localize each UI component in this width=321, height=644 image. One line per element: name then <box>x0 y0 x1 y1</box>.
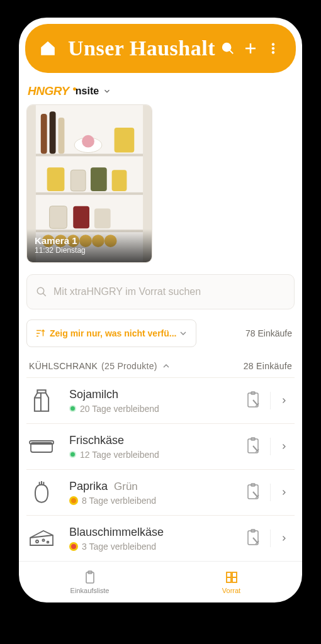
svg-rect-18 <box>47 167 65 191</box>
item-details-button[interactable] <box>274 442 293 451</box>
svg-rect-10 <box>36 153 143 156</box>
item-details-button[interactable] <box>274 534 293 543</box>
item-details-button[interactable] <box>274 488 293 497</box>
chevron-up-icon <box>161 361 171 371</box>
item-title: Frischkäse <box>69 434 124 447</box>
divider <box>270 392 271 409</box>
phone-frame: Unser Haushalt HNGRY nsite <box>19 18 302 602</box>
svg-rect-19 <box>70 170 86 191</box>
camera-name: Kamera 1 <box>35 235 144 246</box>
divider <box>270 530 271 547</box>
item-row[interactable]: Blauschimmelkäse 3 Tage verbleibend <box>26 515 295 561</box>
svg-rect-16 <box>115 128 135 153</box>
item-title: Sojamilch <box>69 388 118 401</box>
svg-rect-12 <box>50 111 56 153</box>
svg-point-6 <box>272 52 274 54</box>
svg-point-4 <box>272 43 274 46</box>
svg-point-48 <box>47 541 49 543</box>
section-purchases: 28 Einkäufe <box>244 361 292 371</box>
filter-label: Zeig mir nur, was nicht verfü... <box>50 328 178 338</box>
svg-point-46 <box>36 540 38 543</box>
more-icon[interactable] <box>262 37 284 60</box>
camera-timestamp: 11:32 Dienstag <box>35 246 144 255</box>
chevron-down-icon <box>103 87 111 96</box>
add-to-list-button[interactable] <box>241 434 266 459</box>
add-to-list-button[interactable] <box>241 388 266 413</box>
brand-prefix: HNGRY <box>28 84 69 98</box>
search-icon[interactable] <box>217 37 239 60</box>
svg-line-1 <box>230 50 234 54</box>
svg-rect-24 <box>73 206 89 229</box>
items-list: Sojamilch 20 Tage verbleibend Frischkäse… <box>26 377 295 561</box>
svg-line-33 <box>43 293 46 296</box>
item-row[interactable]: Paprika Grün 8 Tage verbleibend <box>26 469 295 515</box>
svg-rect-23 <box>50 206 67 229</box>
clipboard-icon <box>82 570 98 585</box>
sort-icon <box>35 328 46 339</box>
milk-icon <box>28 387 55 414</box>
svg-point-5 <box>272 47 274 50</box>
chevron-down-icon <box>178 328 188 338</box>
add-icon[interactable] <box>239 37 262 60</box>
svg-rect-20 <box>91 167 107 191</box>
search-icon <box>36 286 47 297</box>
item-remaining: 8 Tage verbleibend <box>82 496 156 506</box>
nav-pantry-label: Vorrat <box>222 587 240 594</box>
item-title: Blauschimmelkäse <box>69 526 164 539</box>
svg-point-0 <box>223 43 231 52</box>
svg-rect-13 <box>59 118 65 153</box>
page-title: Unser Haushalt <box>68 36 217 60</box>
filter-dropdown[interactable]: Zeig mir nur, was nicht verfü... <box>26 319 196 347</box>
divider <box>270 438 271 455</box>
section-name: KÜHLSCHRANK <box>29 361 98 371</box>
section-header[interactable]: KÜHLSCHRANK (25 Produkte) 28 Einkäufe <box>26 352 295 377</box>
divider <box>270 484 271 501</box>
status-indicator <box>69 496 78 505</box>
section-count: (25 Produkte) <box>101 361 157 371</box>
app-bar: Unser Haushalt <box>25 24 296 73</box>
home-icon[interactable] <box>37 37 59 60</box>
brand-suffix: nsite <box>76 86 99 96</box>
svg-point-32 <box>37 287 44 294</box>
container-icon <box>28 433 55 460</box>
item-remaining: 12 Tage verbleibend <box>80 450 159 460</box>
content-area: HNGRY nsite <box>19 73 302 561</box>
add-to-list-button[interactable] <box>241 480 266 505</box>
camera-card[interactable]: Kamera 1 11:32 Dienstag <box>26 104 152 263</box>
cheese-icon <box>28 525 55 552</box>
brand-dropdown[interactable]: HNGRY nsite <box>26 82 295 104</box>
item-remaining: 3 Tage verbleibend <box>82 541 156 552</box>
item-row[interactable]: Frischkäse 12 Tage verbleibend <box>26 423 295 469</box>
item-variant: Grün <box>114 480 138 493</box>
nav-shopping-label: Einkaufsliste <box>70 587 110 594</box>
status-indicator <box>69 451 76 458</box>
bottom-nav: Einkaufsliste Vorrat <box>19 561 302 602</box>
pepper-icon <box>28 479 55 506</box>
search-placeholder: Mit xtraHNGRY im Vorrat suchen <box>54 286 201 297</box>
nav-shopping-list[interactable]: Einkaufsliste <box>19 562 160 602</box>
add-to-list-button[interactable] <box>241 526 266 551</box>
item-body: Paprika Grün 8 Tage verbleibend <box>69 480 241 506</box>
item-remaining: 20 Tage verbleibend <box>80 404 159 414</box>
item-body: Blauschimmelkäse 3 Tage verbleibend <box>69 526 241 552</box>
status-indicator <box>69 542 78 551</box>
svg-rect-17 <box>36 192 143 195</box>
svg-point-47 <box>42 539 44 541</box>
item-details-button[interactable] <box>274 396 293 405</box>
search-input[interactable]: Mit xtraHNGRY im Vorrat suchen <box>26 274 295 309</box>
item-body: Frischkäse 12 Tage verbleibend <box>69 434 241 460</box>
pantry-icon <box>224 570 239 585</box>
svg-rect-25 <box>94 209 111 229</box>
svg-rect-21 <box>112 170 127 191</box>
svg-point-15 <box>82 135 94 148</box>
filter-row: Zeig mir nur, was nicht verfü... 78 Eink… <box>26 319 295 347</box>
camera-overlay: Kamera 1 11:32 Dienstag <box>27 229 152 262</box>
item-body: Sojamilch 20 Tage verbleibend <box>69 388 241 414</box>
svg-rect-11 <box>41 114 47 153</box>
nav-pantry[interactable]: Vorrat <box>160 562 302 602</box>
status-indicator <box>69 405 76 412</box>
item-title: Paprika <box>69 480 108 493</box>
item-row[interactable]: Sojamilch 20 Tage verbleibend <box>26 377 295 423</box>
total-purchases: 78 Einkäufe <box>245 328 295 338</box>
